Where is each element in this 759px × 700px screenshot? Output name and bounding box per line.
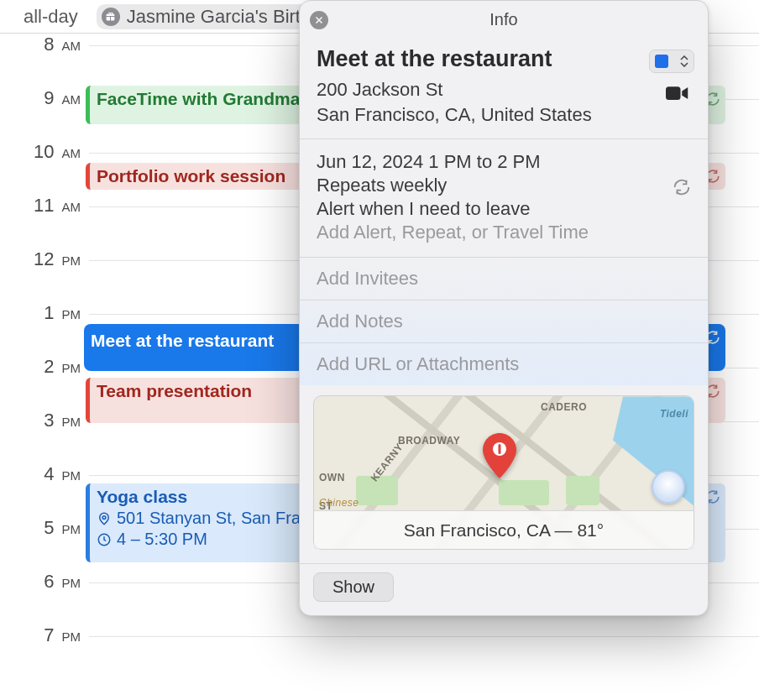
map-poi-label: Chinese: [319, 497, 359, 509]
hour-label: 4 PM: [0, 463, 81, 485]
repeat-icon: [673, 178, 691, 200]
gift-icon: [102, 8, 120, 26]
event-title: FaceTime with Grandma: [97, 89, 300, 108]
map-park: [499, 480, 549, 505]
event-title: Yoga class: [97, 487, 187, 506]
popover-title: Info: [489, 10, 517, 29]
event-title-field[interactable]: Meet at the restaurant: [317, 46, 691, 72]
map-preview[interactable]: BROADWAY KEARNY OWN ST CADERO Tideli Chi…: [313, 395, 694, 550]
event-alert[interactable]: Alert when I need to leave: [317, 198, 691, 220]
map-park: [566, 476, 599, 505]
event-title: Team presentation: [97, 381, 252, 400]
svg-rect-2: [666, 86, 681, 100]
event-extras-section: Add Invitees Add Notes Add URL or Attach…: [300, 257, 708, 385]
allday-label: all-day: [24, 6, 78, 28]
event-location-field[interactable]: 200 Jackson St San Francisco, CA, United…: [317, 77, 691, 127]
add-url-attachments[interactable]: Add URL or Attachments: [300, 342, 708, 385]
hour-label: 6 PM: [0, 571, 81, 593]
hour-label: 2 PM: [0, 356, 81, 378]
hour-label: 12 PM: [0, 248, 81, 270]
chevron-up-down-icon: [680, 55, 688, 67]
map-section: BROADWAY KEARNY OWN ST CADERO Tideli Chi…: [300, 385, 708, 563]
popover-header: Info: [300, 1, 708, 38]
video-call-icon[interactable]: [666, 85, 689, 102]
add-alert-repeat-travel[interactable]: Add Alert, Repeat, or Travel Time: [317, 222, 691, 243]
add-notes[interactable]: Add Notes: [300, 300, 708, 342]
calendar-color-swatch: [655, 55, 668, 68]
show-button[interactable]: Show: [313, 572, 394, 602]
event-time-section: Jun 12, 2024 1 PM to 2 PM Repeats weekly…: [300, 138, 708, 257]
hour-label: 11 AM: [0, 195, 81, 217]
event-repeat[interactable]: Repeats weekly: [317, 175, 691, 196]
event-title: Meet at the restaurant: [91, 331, 274, 350]
hour-label: 10 AM: [0, 141, 81, 163]
map-water-label: Tideli: [660, 408, 688, 420]
add-invitees[interactable]: Add Invitees: [300, 258, 708, 300]
popover-footer: Show: [300, 563, 708, 615]
hour-label: 5 PM: [0, 517, 81, 539]
hour-label: 3 PM: [0, 410, 81, 431]
map-street-label: OWN: [319, 472, 345, 483]
map-pin-icon: [482, 433, 517, 483]
clock-icon: [97, 532, 112, 547]
hour-label: 1 PM: [0, 302, 81, 324]
event-time: 4 – 5:30 PM: [117, 530, 207, 549]
hour-label: 8 AM: [0, 34, 81, 55]
event-datetime[interactable]: Jun 12, 2024 1 PM to 2 PM: [317, 151, 691, 173]
svg-rect-4: [499, 444, 501, 454]
hour-label: 7 PM: [0, 624, 81, 646]
location-pin-icon: [97, 511, 112, 526]
svg-point-0: [102, 515, 106, 519]
event-summary-section: Meet at the restaurant 200 Jackson St Sa…: [300, 38, 708, 138]
hour-label: 9 AM: [0, 87, 81, 109]
map-street-label: BROADWAY: [398, 435, 460, 447]
map-weather-label: San Francisco, CA — 81°: [314, 510, 694, 549]
event-info-popover: Info Meet at the restaurant 200 Jackson …: [299, 0, 709, 616]
event-title: Portfolio work session: [97, 166, 285, 185]
close-button[interactable]: [310, 11, 328, 29]
calendar-color-chooser[interactable]: [649, 50, 694, 73]
map-street-label: CADERO: [541, 401, 587, 413]
